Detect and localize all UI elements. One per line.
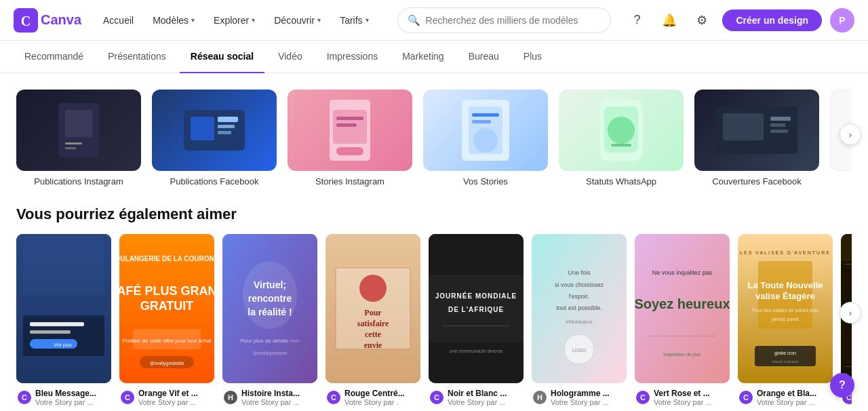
tab-impressions[interactable]: Impressions <box>316 41 389 73</box>
svg-text:@reallygreatsite: @reallygreatsite <box>253 351 288 356</box>
svg-text:Pour des valises ne seront plu: Pour des valises ne seront plus <box>752 308 818 313</box>
template-avatar-5: H <box>533 391 547 404</box>
svg-text:valise Étagère: valise Étagère <box>755 291 814 301</box>
bell-icon-btn[interactable]: 🔔 <box>657 8 682 33</box>
svg-rect-4 <box>65 142 82 144</box>
svg-rect-15 <box>336 147 363 155</box>
template-card-3[interactable]: Pour satisfaire cette envie C Rouge Cent… <box>326 234 420 406</box>
tab-video[interactable]: Vidéo <box>267 41 313 73</box>
template-scroll-right-btn[interactable]: › <box>840 302 861 324</box>
svg-text:l'espoir,: l'espoir, <box>569 293 589 300</box>
template-author-5: Votre Story par ... <box>551 398 625 406</box>
template-name-5: Hologramme ... <box>551 389 625 398</box>
template-card-4[interactable]: JOURNÉE MONDIALE DE L'AFRIQUE une commun… <box>429 234 524 406</box>
svg-text:Voir plus: Voir plus <box>54 342 72 348</box>
template-avatar-6: C <box>636 391 650 404</box>
template-card-6[interactable]: Ne vous inquiétez pas Soyez heureux insp… <box>635 234 730 406</box>
template-thumb-0: Voir plus <box>16 234 111 383</box>
svg-text:JOURNÉE MONDIALE: JOURNÉE MONDIALE <box>435 292 517 300</box>
question-icon-btn[interactable]: ? <box>625 8 649 33</box>
svg-text:LES VALISES D'AVENTURE: LES VALISES D'AVENTURE <box>740 250 831 255</box>
chevron-down-icon: ▾ <box>366 16 369 24</box>
template-author-3: Votre Story par . <box>344 398 419 406</box>
template-card-1[interactable]: BOULANGERIE DE LA COURONNE CAFÉ PLUS GRA… <box>119 234 214 406</box>
template-thumb-4: JOURNÉE MONDIALE DE L'AFRIQUE une commun… <box>429 234 524 383</box>
template-info-6: Vert Rose et ... Votre Story par ... <box>654 389 728 406</box>
nav-accueil[interactable]: Accueil <box>95 11 142 30</box>
category-publications-instagram[interactable]: Publications Instagram <box>16 90 141 187</box>
template-meta-1: C Orange Vif et ... Votre Story par ... <box>119 389 214 406</box>
template-avatar-1: C <box>121 391 134 404</box>
category-couvertures-facebook[interactable]: Couvertures Facebook <box>694 90 819 187</box>
nav-right: ? 🔔 ⚙ Créer un design P <box>625 8 854 33</box>
category-publications-facebook[interactable]: Publications Facebook <box>152 90 277 187</box>
template-info-1: Orange Vif et ... Votre Story par ... <box>138 389 213 406</box>
svg-text:globe icon: globe icon <box>774 351 796 356</box>
tab-bureau[interactable]: Bureau <box>458 41 510 73</box>
help-button[interactable]: ? <box>830 373 854 397</box>
search-input[interactable] <box>426 15 601 26</box>
svg-text:travel suitcase: travel suitcase <box>772 359 799 364</box>
settings-icon-btn[interactable]: ⚙ <box>690 8 714 33</box>
section-title: Vous pourriez également aimer <box>16 206 852 223</box>
tab-recommande[interactable]: Recommandé <box>14 41 94 73</box>
svg-rect-7 <box>191 117 214 140</box>
template-meta-6: C Vert Rose et ... Votre Story par ... <box>635 389 730 406</box>
category-label-5: Statuts WhatsApp <box>586 176 656 187</box>
nav-tarifs[interactable]: Tarifs ▾ <box>332 11 376 30</box>
create-button[interactable]: Créer un design <box>722 9 822 31</box>
template-info-0: Bleu Message... Votre Story par ... <box>35 389 110 406</box>
template-thumb-1: BOULANGERIE DE LA COURONNE CAFÉ PLUS GRA… <box>119 234 214 383</box>
category-vos-stories[interactable]: Vos Stories <box>423 90 548 187</box>
svg-rect-3 <box>65 110 92 137</box>
svg-rect-36 <box>23 315 104 356</box>
nav-modeles[interactable]: Modèles ▾ <box>144 11 203 30</box>
template-card-5[interactable]: Une fois si vous choisissez l'espoir, to… <box>532 234 627 406</box>
logo[interactable]: C Canva <box>14 8 81 33</box>
category-stories-instagram[interactable]: Stories Instagram <box>288 90 412 187</box>
svg-text:une communauté diverse: une communauté diverse <box>450 349 503 353</box>
template-avatar-7: C <box>739 391 753 404</box>
category-thumb-2 <box>152 90 277 171</box>
template-author-6: Votre Story par ... <box>654 398 728 406</box>
template-meta-3: C Rouge Centré... Votre Story par . <box>326 389 420 406</box>
template-author-1: Votre Story par ... <box>138 398 213 406</box>
nav-decouvrir[interactable]: Découvrir ▾ <box>266 11 329 30</box>
template-grid: Voir plus C Bleu Message... Votre Story … <box>16 234 852 406</box>
svg-rect-9 <box>218 125 235 128</box>
template-meta-4: C Noir et Blanc ... Votre Story par ... <box>429 389 524 406</box>
category-label-6: Couvertures Facebook <box>712 176 802 187</box>
svg-rect-28 <box>770 123 785 127</box>
svg-rect-5 <box>65 147 76 149</box>
svg-text:cette: cette <box>365 330 382 339</box>
svg-rect-38 <box>30 330 71 334</box>
svg-point-23 <box>608 117 635 144</box>
template-card-2[interactable]: Virtuel; rencontre la réalité ! Pour plu… <box>222 234 317 406</box>
svg-rect-27 <box>770 117 791 121</box>
template-avatar-4: C <box>430 391 443 404</box>
category-thumb-6 <box>694 90 819 171</box>
template-card-7[interactable]: LES VALISES D'AVENTURE La Toute Nouvelle… <box>738 234 833 406</box>
tab-reseau-social[interactable]: Réseau social <box>180 41 264 73</box>
category-statuts-whatsapp[interactable]: Statuts WhatsApp <box>559 90 684 187</box>
avatar[interactable]: P <box>830 8 854 33</box>
svg-text:inspiration du jour: inspiration du jour <box>663 352 701 357</box>
svg-text:#Motdujour: #Motdujour <box>566 319 593 325</box>
search-bar[interactable]: 🔍 <box>397 7 612 33</box>
template-avatar-0: C <box>18 391 31 404</box>
template-card-0[interactable]: Voir plus C Bleu Message... Votre Story … <box>16 234 111 406</box>
category-scroll-right-btn[interactable]: › <box>840 123 861 145</box>
search-icon: 🔍 <box>408 14 420 26</box>
tab-marketing[interactable]: Marketing <box>391 41 454 73</box>
svg-rect-94 <box>841 234 852 261</box>
tab-presentations[interactable]: Présentations <box>97 41 177 73</box>
svg-text:DE L'AFRIQUE: DE L'AFRIQUE <box>448 306 504 313</box>
svg-rect-19 <box>472 120 491 123</box>
svg-rect-14 <box>336 123 357 127</box>
tab-plus[interactable]: Plus <box>513 41 553 73</box>
svg-rect-10 <box>218 131 231 134</box>
template-avatar-3: C <box>327 391 340 404</box>
template-thumb-2: Virtuel; rencontre la réalité ! Pour plu… <box>222 234 317 383</box>
category-label-4: Vos Stories <box>463 176 508 187</box>
nav-explorer[interactable]: Explorer ▾ <box>205 11 263 30</box>
